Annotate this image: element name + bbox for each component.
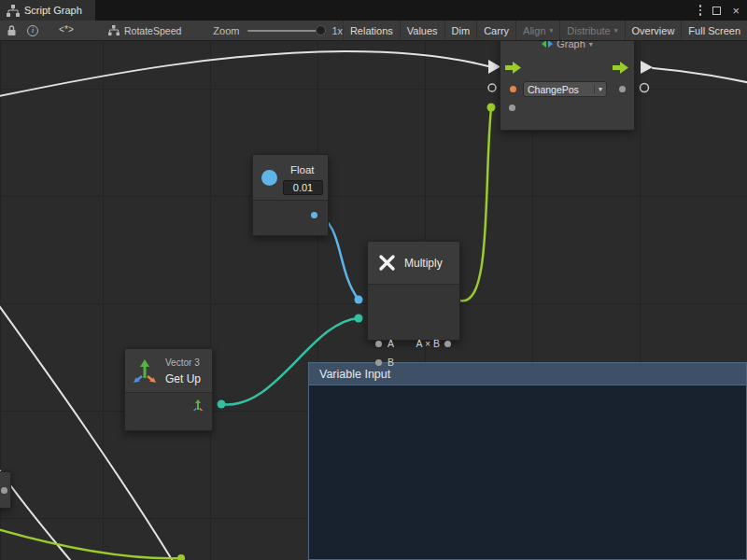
vector3-axis-icon bbox=[133, 358, 157, 383]
float-output-port-dot[interactable] bbox=[311, 212, 317, 218]
tab-label: Script Graph bbox=[24, 5, 82, 16]
window-tab-bar: Script Graph × bbox=[0, 0, 747, 21]
multiply-node-ports: A A × B B bbox=[368, 285, 459, 340]
button-label: Overview bbox=[632, 25, 675, 36]
window-controls: × bbox=[699, 0, 747, 21]
tab-script-graph[interactable]: Script Graph bbox=[0, 0, 95, 21]
value-input-port-dot[interactable] bbox=[509, 105, 515, 111]
info-icon[interactable]: i bbox=[27, 25, 38, 36]
float-value-field[interactable]: 0.01 bbox=[283, 180, 323, 195]
full-screen-button[interactable]: Full Screen bbox=[681, 21, 747, 40]
graph-toolbar: i <*> RotateSpeed Zoom 1x Relations Valu… bbox=[0, 21, 747, 41]
zoom-value: 1x bbox=[331, 25, 343, 36]
button-label: Align bbox=[523, 25, 545, 36]
align-button[interactable]: Align▾ bbox=[515, 21, 559, 40]
overview-button[interactable]: Overview bbox=[625, 21, 682, 40]
zoom-slider[interactable] bbox=[247, 30, 326, 32]
float-node-title: Float bbox=[290, 164, 315, 175]
input-b-label: B bbox=[388, 357, 394, 368]
output-port-dot[interactable] bbox=[619, 86, 626, 92]
input-a-label: A bbox=[388, 338, 394, 349]
vector-node-title: Get Up bbox=[165, 372, 201, 385]
input-a-port-dot[interactable] bbox=[375, 341, 382, 347]
zoom-slider-handle[interactable] bbox=[316, 25, 326, 35]
vector3-get-up-node[interactable]: Vector 3 Get Up bbox=[124, 348, 213, 431]
multiply-node-title: Multiply bbox=[404, 257, 443, 270]
multiply-icon bbox=[378, 254, 396, 272]
toolbar-buttons: Relations Values Dim Carry Align▾ Distri… bbox=[343, 21, 747, 40]
button-label: Dim bbox=[452, 25, 471, 36]
relations-button[interactable]: Relations bbox=[343, 21, 400, 40]
offscreen-node-sliver[interactable] bbox=[0, 471, 11, 509]
button-label: Distribute bbox=[567, 25, 610, 36]
group-header[interactable]: Variable Input bbox=[309, 363, 746, 385]
distribute-button[interactable]: Distribute▾ bbox=[559, 21, 624, 40]
input-b-port-dot[interactable] bbox=[375, 359, 382, 366]
button-label: Full Screen bbox=[688, 25, 740, 36]
graph-name: RotateSpeed bbox=[124, 25, 181, 36]
values-button[interactable]: Values bbox=[400, 21, 444, 40]
port-dot[interactable] bbox=[1, 487, 7, 494]
flow-out-port-icon[interactable] bbox=[613, 62, 628, 74]
zoom-label: Zoom bbox=[213, 25, 239, 36]
vector-type-label: Vector 3 bbox=[165, 357, 200, 368]
code-icon[interactable]: <*> bbox=[59, 25, 73, 35]
variable-port-dot[interactable] bbox=[510, 86, 516, 92]
chevron-down-icon: ▾ bbox=[550, 26, 554, 35]
multiply-node[interactable]: Multiply A A × B B bbox=[367, 241, 460, 341]
script-graph-icon bbox=[108, 25, 120, 35]
graph-tab-icon bbox=[7, 5, 20, 17]
variable-input-group[interactable]: Variable Input bbox=[308, 362, 747, 560]
output-port-dot[interactable] bbox=[444, 341, 451, 347]
float-node-header: Float 0.01 bbox=[253, 155, 328, 201]
button-label: Values bbox=[407, 25, 438, 36]
group-title: Variable Input bbox=[319, 368, 390, 381]
flow-in-port-icon[interactable] bbox=[505, 62, 521, 74]
variable-dropdown[interactable]: ChangePos ▾ bbox=[523, 81, 607, 97]
close-icon[interactable]: × bbox=[732, 5, 740, 17]
output-label: A × B bbox=[416, 338, 440, 349]
variable-dropdown-value: ChangePos bbox=[528, 84, 579, 95]
float-literal-node[interactable]: Float 0.01 bbox=[252, 154, 329, 236]
vector3-output-type-icon[interactable] bbox=[191, 399, 204, 412]
dim-button[interactable]: Dim bbox=[444, 21, 477, 40]
chevron-down-icon: ▾ bbox=[614, 26, 618, 35]
button-label: Relations bbox=[350, 25, 393, 36]
vector-node-header: Vector 3 Get Up bbox=[125, 349, 212, 393]
script-graph-window: Variable Input Graph ▾ bbox=[0, 0, 747, 560]
graph-breadcrumb[interactable]: RotateSpeed bbox=[108, 25, 181, 36]
float-node-ports bbox=[253, 201, 328, 235]
maximize-icon[interactable] bbox=[712, 7, 721, 15]
lock-icon[interactable] bbox=[7, 24, 17, 36]
button-label: Carry bbox=[484, 25, 509, 36]
window-menu-icon[interactable] bbox=[699, 5, 702, 16]
multiply-node-header: Multiply bbox=[368, 242, 459, 285]
float-type-icon bbox=[261, 170, 277, 186]
carry-button[interactable]: Carry bbox=[476, 21, 515, 40]
graph-event-node[interactable]: Graph ▾ ChangePos ▾ bbox=[500, 32, 635, 131]
chevron-down-icon: ▾ bbox=[594, 85, 602, 93]
vector-node-ports bbox=[125, 393, 212, 430]
